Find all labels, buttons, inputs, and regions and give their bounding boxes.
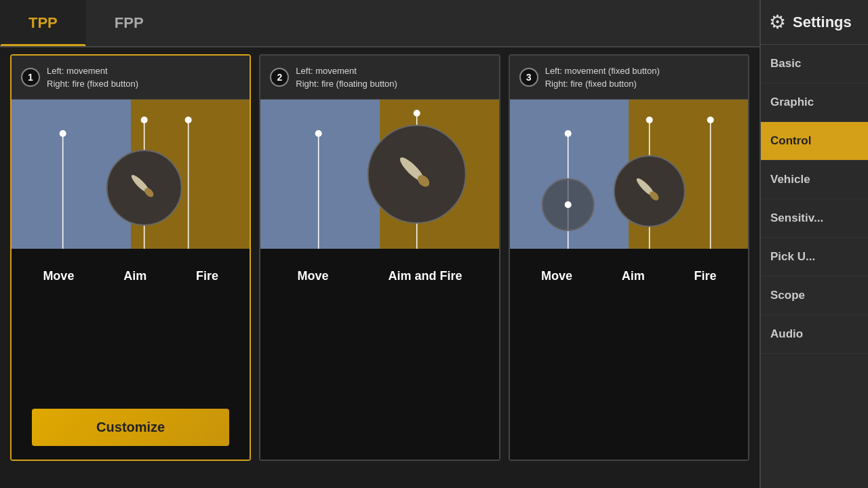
label-move-3: Move <box>541 269 572 283</box>
card-3-labels: Move Aim Fire <box>510 249 748 293</box>
cards-container: 1 Left: movement Right: fire (fixed butt… <box>0 47 760 488</box>
sidebar-header: ⚙ Settings <box>761 0 868 45</box>
customize-button[interactable]: Customize <box>32 409 229 446</box>
settings-title: Settings <box>793 14 852 31</box>
sidebar-item-pickup[interactable]: Pick U... <box>761 238 868 277</box>
label-fire-1: Fire <box>196 269 218 283</box>
card-1-number: 1 <box>21 68 40 87</box>
card-3-number: 3 <box>519 68 538 87</box>
sidebar-item-controls[interactable]: Control <box>761 122 868 161</box>
control-card-1[interactable]: 1 Left: movement Right: fire (fixed butt… <box>10 54 251 461</box>
label-fire-3: Fire <box>694 269 717 283</box>
control-card-3[interactable]: 3 Left: movement (fixed button) Right: f… <box>509 54 749 461</box>
card-2-preview <box>260 100 498 249</box>
card-1-labels: Move Aim Fire <box>12 249 250 293</box>
card-2-number: 2 <box>270 68 289 87</box>
tab-fpp-label: FPP <box>115 14 144 32</box>
sidebar: ⚙ Settings Basic Graphic Control Vehicle… <box>760 0 868 488</box>
sidebar-item-graphics[interactable]: Graphic <box>761 83 868 122</box>
move-label-3: Move <box>541 269 572 283</box>
label-move-1: Move <box>43 269 74 283</box>
tab-tpp-label: TPP <box>28 14 58 32</box>
card-3-preview <box>510 100 748 249</box>
aimfire-label-2: Aim and Fire <box>389 269 462 283</box>
sidebar-item-sensitivity[interactable]: Sensitiv... <box>761 199 868 238</box>
fire-label-1: Fire <box>196 269 218 283</box>
sidebar-item-vehicle[interactable]: Vehicle <box>761 161 868 199</box>
fire-label-3: Fire <box>694 269 717 283</box>
tab-tpp[interactable]: TPP <box>0 0 86 46</box>
card-1-bottom: Move Aim Fire Customize <box>12 249 250 460</box>
move-label-2: Move <box>297 269 328 283</box>
card-2-labels: Move Aim and Fire <box>260 249 498 293</box>
main-content: TPP FPP 1 Left: movement Right: fire (fi… <box>0 0 760 488</box>
sidebar-item-audio[interactable]: Audio <box>761 315 868 354</box>
label-aim-1: Aim <box>123 269 146 283</box>
sidebar-item-basic[interactable]: Basic <box>761 45 868 83</box>
card-2-desc: Left: movement Right: fire (floating but… <box>296 64 397 91</box>
tab-fpp[interactable]: FPP <box>86 0 172 46</box>
card-3-desc: Left: movement (fixed button) Right: fir… <box>545 64 660 91</box>
customize-label: Customize <box>96 420 165 435</box>
move-label-1: Move <box>43 269 74 283</box>
aim-label-3: Aim <box>622 269 645 283</box>
label-aimfire-2: Aim and Fire <box>389 269 462 283</box>
card-2-bottom: Move Aim and Fire <box>260 249 498 460</box>
card-3-header: 3 Left: movement (fixed button) Right: f… <box>510 56 748 100</box>
label-aim-3: Aim <box>622 269 645 283</box>
card-3-bottom: Move Aim Fire <box>510 249 748 460</box>
card-1-preview <box>12 100 250 249</box>
tabs-container: TPP FPP <box>0 0 760 47</box>
card-1-header: 1 Left: movement Right: fire (fixed butt… <box>12 56 250 100</box>
sidebar-item-scope[interactable]: Scope <box>761 277 868 315</box>
card-1-desc: Left: movement Right: fire (fixed button… <box>47 64 138 91</box>
card-2-header: 2 Left: movement Right: fire (floating b… <box>260 56 498 100</box>
aim-label-1: Aim <box>123 269 146 283</box>
gear-icon: ⚙ <box>769 11 786 33</box>
label-move-2: Move <box>297 269 328 283</box>
control-card-2[interactable]: 2 Left: movement Right: fire (floating b… <box>259 54 500 461</box>
